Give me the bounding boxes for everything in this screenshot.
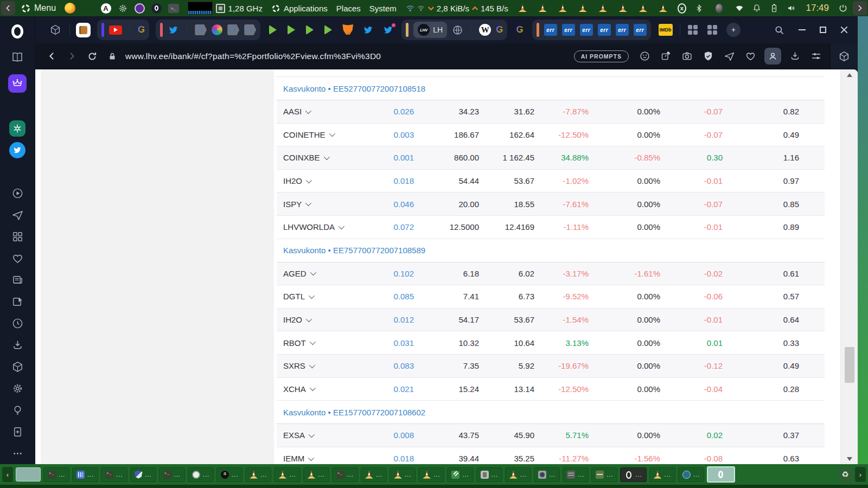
ticker-cell[interactable]: IH2O: [277, 176, 369, 185]
settings-gears-icon[interactable]: [118, 3, 128, 14]
holding-row[interactable]: IH2O0.01254.1753.67-1.54%0.00%-0.010.64: [277, 309, 825, 332]
tab-youtube[interactable]: [109, 25, 122, 35]
tab-video-player[interactable]: [306, 25, 314, 35]
power-icon[interactable]: [838, 3, 848, 13]
vlc-cone-icon[interactable]: [619, 4, 627, 12]
chevron-down-icon[interactable]: [310, 269, 316, 275]
system-menu[interactable]: System: [369, 4, 397, 13]
tab-island-indicator[interactable]: [160, 23, 163, 37]
sidebar-twitter[interactable]: [0, 139, 35, 161]
taskbar-window-button-file-manager[interactable]: ...: [476, 467, 502, 482]
ticker-cell[interactable]: IH2O: [277, 315, 369, 324]
qty-cell[interactable]: 0.021: [369, 384, 414, 394]
taskbar-window-button-photo[interactable]: ...: [534, 467, 560, 482]
tab-err-news[interactable]: err: [544, 24, 557, 36]
tab-wikipedia[interactable]: W: [479, 24, 491, 36]
taskbar-scroll-left-button[interactable]: ‹: [2, 467, 13, 482]
tab-video-player[interactable]: [288, 25, 295, 35]
ticker-cell[interactable]: AGED: [277, 269, 369, 278]
sidebar-aria-ai[interactable]: [0, 68, 35, 99]
holding-row[interactable]: AASI0.02634.2331.62-7.87%0.00%-0.070.82: [277, 100, 825, 124]
chevron-down-icon[interactable]: [329, 131, 335, 137]
page-scrollbar[interactable]: [840, 69, 858, 464]
taskbar-scroll-right-button[interactable]: ›: [855, 467, 866, 482]
sidebar-news[interactable]: [0, 269, 35, 291]
holding-row[interactable]: LHVWORLDA0.07212.500012.4169-1.11%0.00%-…: [277, 216, 825, 239]
sidebar-settings[interactable]: [0, 377, 35, 399]
status-orb-icon[interactable]: [715, 3, 724, 14]
tab-video-player[interactable]: [269, 25, 277, 35]
sidebar-speed-dial[interactable]: [0, 226, 35, 247]
tab-forum[interactable]: ›: [227, 24, 239, 35]
ticker-cell[interactable]: AASI: [277, 107, 369, 116]
vlc-cone-icon[interactable]: [559, 4, 567, 12]
vlc-cone-icon[interactable]: [519, 4, 527, 12]
qty-cell[interactable]: 0.085: [369, 292, 414, 301]
holding-row[interactable]: XCHA0.02115.2413.14-12.50%0.00%-0.040.28: [277, 378, 825, 401]
taskbar-window-button-vlc-cone[interactable]: ...: [649, 467, 675, 482]
holding-row[interactable]: IH2O0.01854.4453.67-1.02%0.00%-0.010.97: [277, 170, 825, 193]
bookmark-heart-icon[interactable]: [745, 50, 756, 62]
scroll-down-arrow[interactable]: [841, 454, 858, 463]
tab-err-news[interactable]: err: [598, 24, 611, 36]
chevron-down-icon[interactable]: [306, 316, 312, 322]
holding-row[interactable]: DGTL0.0857.416.73-9.52%0.00%-0.060.57: [277, 285, 825, 309]
tab-globe-site[interactable]: [452, 24, 463, 36]
ticker-cell[interactable]: EXSA: [277, 431, 369, 440]
window-maximize-button[interactable]: [820, 27, 826, 33]
taskbar-window-button-vlc-cone[interactable]: ...: [274, 467, 300, 482]
chevron-down-icon[interactable]: [309, 293, 315, 299]
sidebar-bookmarks[interactable]: [0, 247, 35, 269]
holding-row[interactable]: COINETHE0.003186.67162.64-12.50%0.00%-0.…: [277, 124, 825, 147]
ticker-cell[interactable]: DGTL: [277, 292, 369, 301]
send-to-device-icon[interactable]: [724, 50, 735, 62]
sidebar-player[interactable]: [0, 182, 35, 204]
holding-row[interactable]: SXRS0.0837.355.92-19.67%0.00%-0.120.49: [277, 355, 825, 378]
tab-err-news[interactable]: err: [580, 24, 593, 36]
ticker-cell[interactable]: IEMM: [277, 454, 369, 463]
chevron-down-icon[interactable]: [309, 362, 315, 368]
qty-cell[interactable]: 0.102: [369, 269, 414, 278]
bluetooth-icon[interactable]: [694, 4, 704, 13]
tab-err-news[interactable]: err: [562, 24, 575, 36]
scrollbar-thumb[interactable]: [845, 347, 854, 383]
sidebar-send-telegram[interactable]: [0, 204, 35, 226]
battery-icon[interactable]: [769, 3, 779, 13]
tor-browser-icon[interactable]: [135, 3, 145, 14]
back-button[interactable]: [47, 52, 56, 61]
taskbar-window-button-disc[interactable]: ...: [188, 467, 214, 482]
workspace-cube-icon[interactable]: [49, 24, 61, 36]
tab-google[interactable]: G: [496, 24, 503, 35]
ticker-cell[interactable]: ISPY: [277, 200, 369, 209]
tab-video-player[interactable]: [324, 25, 332, 35]
taskbar-window-button-terminal[interactable]: ...: [43, 467, 69, 482]
tab-imdb[interactable]: IMDb: [659, 24, 673, 36]
page-settings-sliders-icon[interactable]: [810, 50, 822, 62]
snapshot-camera-icon[interactable]: [681, 50, 693, 62]
sidebar-downloads[interactable]: [0, 334, 35, 356]
panel-collapse-right-button[interactable]: [853, 1, 867, 15]
qty-cell[interactable]: 0.012: [369, 315, 414, 324]
account-link[interactable]: Kasvukonto • EE757700772007108589: [283, 246, 425, 255]
tab-err-news[interactable]: err: [634, 24, 647, 36]
account-link[interactable]: Kasvukonto • EE527700772007108518: [283, 84, 425, 93]
chevron-down-icon[interactable]: [305, 108, 311, 114]
vlc-cone-icon[interactable]: [599, 4, 607, 12]
volume-icon[interactable]: [787, 3, 796, 13]
ticker-cell[interactable]: COINXBE: [277, 153, 369, 162]
taskbar-window-button-cabinet[interactable]: ...: [563, 467, 589, 482]
qty-cell[interactable]: 0.018: [369, 454, 414, 463]
taskbar-window-button-vlc-cone[interactable]: ...: [361, 467, 387, 482]
main-menu[interactable]: Menu: [21, 3, 56, 14]
firefox-launcher[interactable]: [65, 3, 75, 14]
vlc-cone-icon[interactable]: [639, 4, 647, 12]
places-menu[interactable]: Places: [336, 4, 361, 13]
taskbar-active-opera-window[interactable]: [707, 466, 735, 483]
account-link[interactable]: Kasvukonto • EE157700772007108602: [283, 408, 425, 417]
opera-menu-button[interactable]: [0, 16, 35, 47]
qty-cell[interactable]: 0.046: [369, 200, 414, 209]
chevron-down-icon[interactable]: [309, 385, 315, 391]
reaction-smiley-icon[interactable]: [639, 50, 650, 62]
ticker-cell[interactable]: COINETHE: [277, 130, 369, 139]
qty-cell[interactable]: 0.003: [369, 130, 414, 139]
